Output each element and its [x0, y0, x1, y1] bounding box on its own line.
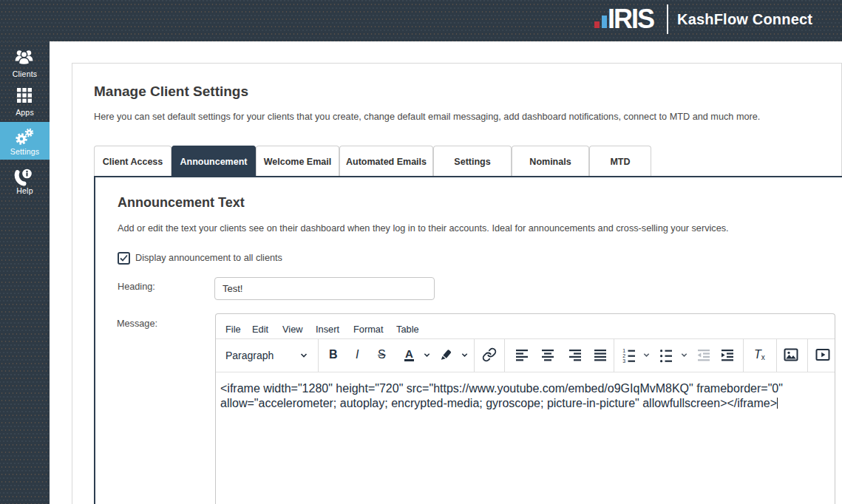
svg-text:2: 2	[622, 353, 625, 358]
svg-text:3: 3	[622, 358, 625, 364]
svg-text:1: 1	[622, 348, 625, 353]
